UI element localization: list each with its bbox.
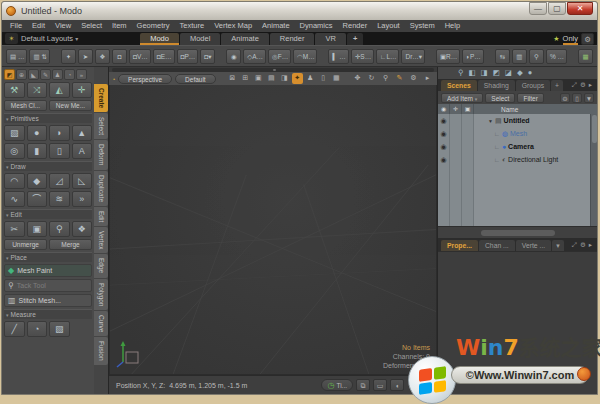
- vtab-curve[interactable]: Curve: [94, 311, 108, 336]
- toolbar-morph-button[interactable]: ◠M…: [293, 49, 317, 64]
- zoom-icon[interactable]: ⚲: [380, 73, 391, 84]
- unmerge-button[interactable]: Unmerge: [4, 239, 47, 250]
- add-item-button[interactable]: Add Item ▾: [441, 93, 483, 103]
- mesh-cleanup-button[interactable]: Mesh Cl...: [4, 100, 47, 111]
- menu-animate[interactable]: Animate: [257, 20, 295, 32]
- polygon-tool-button[interactable]: ◿: [49, 173, 70, 189]
- viewport-gear-icon[interactable]: ⚙: [408, 73, 419, 84]
- toolbar-vertices-mode-button[interactable]: ◘V…: [129, 49, 151, 64]
- pencil-icon[interactable]: ✎: [394, 73, 405, 84]
- monitor-icon[interactable]: ▭: [373, 379, 387, 391]
- vtab-edit[interactable]: Edit: [94, 207, 108, 226]
- vtab-select[interactable]: Select: [94, 113, 108, 139]
- maximize-button[interactable]: ▢: [548, 2, 566, 15]
- tab-shading[interactable]: Shading: [478, 80, 515, 91]
- protractor-tool-button[interactable]: ◔: [27, 321, 48, 337]
- horizontal-scrollbar[interactable]: [438, 226, 597, 238]
- tab-properties[interactable]: Prope...: [441, 240, 478, 251]
- toolbar-preview-button[interactable]: ◗P…: [462, 49, 484, 64]
- palette-pen-icon[interactable]: ✎: [40, 69, 51, 80]
- layers-icon[interactable]: ⧉: [356, 379, 370, 391]
- vtab-duplicate[interactable]: Duplicate: [94, 171, 108, 206]
- wireframe-icon[interactable]: ▣: [253, 73, 264, 84]
- new-mesh-button[interactable]: New Me...: [49, 100, 92, 111]
- tab-groups[interactable]: Groups: [516, 80, 550, 91]
- toolbar-magnifier-button[interactable]: ⚲: [529, 49, 544, 64]
- pin-tool-button[interactable]: ⚲: [49, 221, 70, 237]
- toolbar-paint-select-button[interactable]: ❖: [95, 49, 110, 64]
- palette-more-button[interactable]: »: [76, 69, 87, 80]
- view-mode-dropdown[interactable]: Perspective: [118, 74, 172, 84]
- tree-scrollbar[interactable]: [590, 114, 597, 226]
- eye-icon[interactable]: ◉: [438, 114, 449, 127]
- tab-animate[interactable]: Animate: [221, 33, 269, 45]
- toolbar-actor-button[interactable]: ✦: [61, 49, 76, 64]
- tree-row-mesh[interactable]: ∟ ◍ Mesh: [474, 127, 590, 140]
- viewport-expand-icon[interactable]: ▸: [422, 73, 433, 84]
- spline-tool-button[interactable]: ≋: [49, 191, 70, 207]
- toolbar-lock-button[interactable]: ∟L…: [376, 49, 399, 64]
- quad-view-icon[interactable]: ⊞: [240, 73, 251, 84]
- grid-toggle-icon[interactable]: ⊠: [227, 73, 238, 84]
- scrollbar-thumb[interactable]: [592, 115, 597, 143]
- grid-panel-icon[interactable]: ▦: [331, 73, 342, 84]
- shade-half-icon[interactable]: ◨: [279, 73, 290, 84]
- add-item-icon[interactable]: ◩: [493, 67, 500, 79]
- expand-panel-icon[interactable]: ⤢: [572, 81, 577, 89]
- filter-funnel-icon[interactable]: ▼: [584, 93, 594, 103]
- toolbar-item-list-button[interactable]: ▤ …: [6, 49, 27, 64]
- eye-icon[interactable]: ◉: [438, 153, 449, 166]
- toolbar-panel-button[interactable]: ▥: [512, 49, 527, 64]
- panel-icon[interactable]: ▯: [318, 73, 329, 84]
- default-layouts-dropdown[interactable]: Default Layouts: [21, 34, 73, 43]
- select-button[interactable]: Select: [485, 93, 515, 103]
- time-tool-button[interactable]: ◷ Ti...: [321, 379, 353, 391]
- menu-render[interactable]: Render: [338, 20, 373, 32]
- filter-button[interactable]: Filter: [517, 93, 543, 103]
- expander-icon[interactable]: ▼: [488, 118, 493, 124]
- delete-item-icon[interactable]: ▯: [572, 93, 582, 103]
- menu-edit[interactable]: Edit: [27, 20, 50, 32]
- gear-icon[interactable]: ⚙: [581, 33, 594, 45]
- toolbar-presets-button[interactable]: ▥ ⇅: [29, 49, 50, 64]
- toolbar-auto-mode-button[interactable]: ◘: [112, 49, 127, 64]
- tab-vertex-map[interactable]: Verte ...: [516, 240, 551, 251]
- minimize-button[interactable]: —: [529, 2, 547, 15]
- tab-model[interactable]: Model: [180, 33, 220, 45]
- figure-visibility-icon[interactable]: ♟: [305, 73, 316, 84]
- vtab-deform[interactable]: Deform: [94, 140, 108, 169]
- eye-icon[interactable]: ◉: [438, 140, 449, 153]
- palette-clock-icon[interactable]: ◔: [64, 69, 75, 80]
- vtab-edge[interactable]: Edge: [94, 254, 108, 277]
- menu-dynamics[interactable]: Dynamics: [295, 20, 338, 32]
- menu-item[interactable]: Item: [107, 20, 132, 32]
- toolbar-action-center-button[interactable]: ◇A…: [243, 49, 266, 64]
- panel-gear-icon[interactable]: ⚙: [580, 241, 586, 249]
- menu-view[interactable]: View: [50, 20, 76, 32]
- cone-primitive-button[interactable]: ▲: [72, 125, 93, 141]
- menu-layout[interactable]: Layout: [372, 20, 405, 32]
- quick-tool-1[interactable]: ⚒: [4, 82, 25, 98]
- place-section-header[interactable]: ▾ Place: [4, 252, 92, 262]
- item-cube-icon-1[interactable]: ◧: [469, 67, 476, 79]
- quick-tool-3[interactable]: ◭: [49, 82, 70, 98]
- cube-primitive-button[interactable]: ▧: [4, 125, 25, 141]
- viewport-handle-icon[interactable]: •: [113, 76, 115, 82]
- only-toggle[interactable]: Only: [563, 33, 578, 45]
- ruler-tool-button[interactable]: ╱: [4, 321, 25, 337]
- speaker-icon[interactable]: ◖: [390, 379, 404, 391]
- menu-geometry[interactable]: Geometry: [132, 20, 175, 32]
- toolbar-mode-dropdown[interactable]: ◘▾: [200, 49, 215, 64]
- properties-tab-dropdown[interactable]: ▾: [552, 240, 563, 251]
- list-view-icon[interactable]: ▤: [266, 73, 277, 84]
- edit-section-header[interactable]: ▾ Edit: [4, 209, 92, 219]
- menu-texture[interactable]: Texture: [175, 20, 210, 32]
- tree-row-untitled[interactable]: ▼ ▤ Untitled: [474, 114, 590, 127]
- curve-tool-button[interactable]: ⌒: [27, 191, 48, 207]
- palette-figure-icon[interactable]: ♟: [52, 69, 63, 80]
- menu-help[interactable]: Help: [440, 20, 465, 32]
- toolbar-falloff-button[interactable]: ◎F…: [268, 49, 291, 64]
- menu-file[interactable]: File: [5, 20, 27, 32]
- menu-select[interactable]: Select: [76, 20, 107, 32]
- add-panel-tab-button[interactable]: +: [551, 80, 563, 91]
